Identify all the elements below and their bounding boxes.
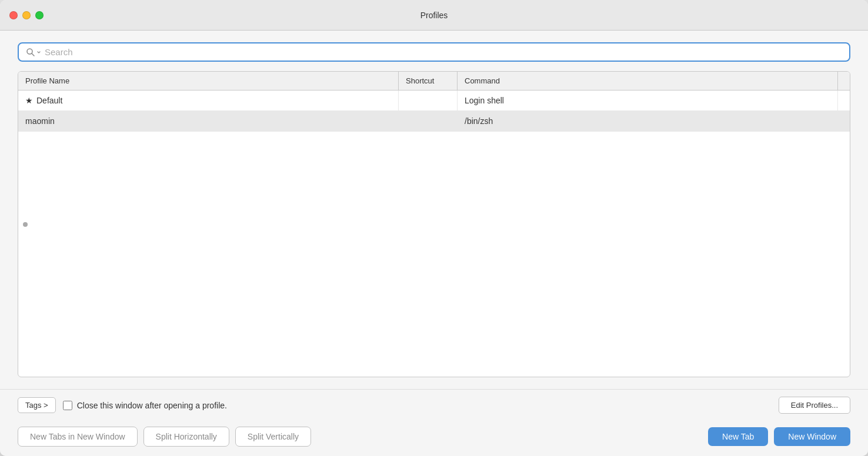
sidebar-dot bbox=[23, 222, 28, 227]
new-tabs-in-new-window-button[interactable]: New Tabs in New Window bbox=[18, 427, 138, 447]
table-header: Profile Name Shortcut Command bbox=[18, 72, 850, 90]
bottom-bar: Tags > Close this window after opening a… bbox=[0, 389, 868, 421]
window-title: Profiles bbox=[420, 11, 448, 20]
split-horizontally-button[interactable]: Split Horizontally bbox=[143, 427, 229, 447]
close-window-checkbox[interactable] bbox=[63, 401, 72, 410]
minimize-button[interactable] bbox=[22, 11, 31, 19]
close-button[interactable] bbox=[9, 11, 18, 19]
cell-shortcut bbox=[399, 111, 458, 131]
title-bar: Profiles bbox=[0, 0, 868, 31]
cell-spacer bbox=[838, 111, 850, 131]
action-bar: New Tabs in New Window Split Horizontall… bbox=[0, 421, 868, 456]
table-row[interactable]: maomin /bin/zsh bbox=[18, 111, 850, 132]
table-body: ★ Default Login shell maomin /bin/zsh bbox=[18, 90, 850, 377]
profiles-window: Profiles Profile Name Shortc bbox=[0, 0, 868, 456]
maximize-button[interactable] bbox=[35, 11, 44, 19]
search-icon bbox=[26, 48, 41, 57]
tags-button[interactable]: Tags > bbox=[18, 397, 56, 413]
cell-profile-name: maomin bbox=[18, 111, 399, 131]
search-bar[interactable] bbox=[18, 42, 850, 62]
svg-line-1 bbox=[32, 53, 34, 56]
new-tab-button[interactable]: New Tab bbox=[708, 427, 768, 446]
header-spacer bbox=[838, 72, 850, 90]
star-icon: ★ bbox=[25, 96, 33, 105]
split-vertically-button[interactable]: Split Vertically bbox=[235, 427, 311, 447]
cell-spacer bbox=[838, 90, 850, 110]
main-content: Profile Name Shortcut Command ★ Default … bbox=[0, 31, 868, 389]
edit-profiles-button[interactable]: Edit Profiles... bbox=[779, 397, 850, 414]
search-input[interactable] bbox=[45, 47, 842, 57]
new-window-button[interactable]: New Window bbox=[774, 427, 850, 446]
header-command: Command bbox=[458, 72, 838, 90]
table-row[interactable]: ★ Default Login shell bbox=[18, 90, 850, 111]
header-shortcut: Shortcut bbox=[399, 72, 458, 90]
close-checkbox-label[interactable]: Close this window after opening a profil… bbox=[63, 401, 227, 410]
cell-shortcut bbox=[399, 90, 458, 110]
profiles-table: Profile Name Shortcut Command ★ Default … bbox=[18, 71, 850, 377]
cell-command: /bin/zsh bbox=[458, 111, 838, 131]
traffic-lights bbox=[9, 11, 44, 19]
cell-profile-name: ★ Default bbox=[18, 90, 399, 110]
cell-command: Login shell bbox=[458, 90, 838, 110]
header-profile-name: Profile Name bbox=[18, 72, 399, 90]
